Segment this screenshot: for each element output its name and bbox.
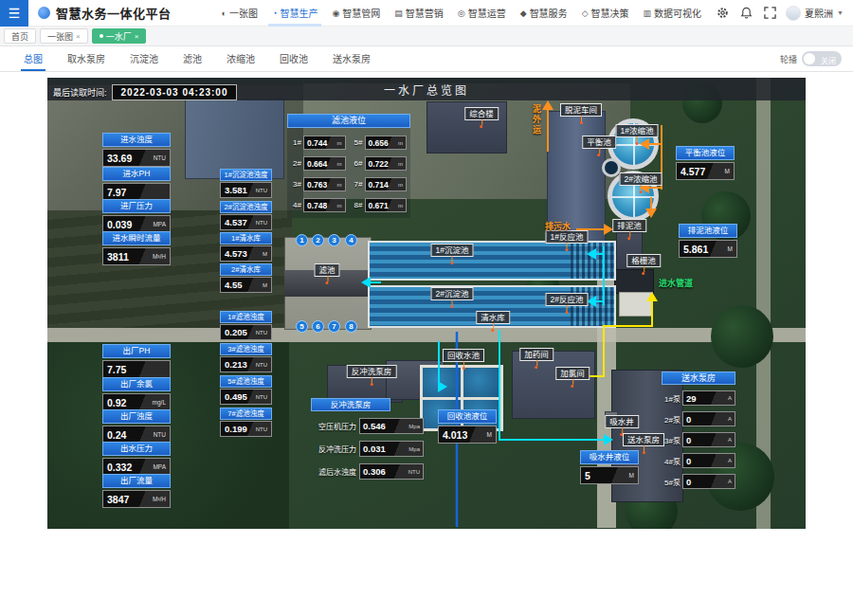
stat-value: 0.24 [107,429,126,441]
data-visualization-icon: ▥ [644,9,652,18]
stat-unit: M³/H [153,253,166,260]
stat-value: 4.537 [225,217,247,227]
stat-clearwell1-level: 1#清水库 4.573M [220,232,272,262]
nav-item-data-visualization[interactable]: ▥数据可视化 [644,0,702,27]
panel-sludge-level: 排泥池液位 5.861M [679,224,737,258]
delivery-pump-panel: 送水泵房 1#泵29A 2#泵0A 3#泵0A 4#泵0A 5#泵0A [662,371,735,489]
panel-unit: M [487,431,492,438]
label-thickener-2: 2#浓缩池 [620,172,662,186]
subtab-overview[interactable]: 总图 [11,45,55,71]
panel-value-box: 4.013M [438,426,497,444]
user-menu[interactable]: 夏熙洲 ▼ [786,6,844,21]
cell-no: 4# [291,201,301,209]
nav-item-smart-production[interactable]: ◔智慧生产 [272,0,318,27]
stat-value: 0.205 [225,327,247,337]
row-box: 0.546Mpa [359,418,424,434]
notification-bell-icon[interactable] [739,7,753,20]
stat-value: 7.75 [107,364,126,375]
pump-row: 3#泵0A [662,432,735,447]
pump-unit: A [728,416,732,422]
row-box: 0.306NTU [359,463,424,480]
cell-unit: m [337,140,342,146]
hamburger-menu-icon[interactable]: ☰ [0,0,28,27]
stat-unit: M [263,282,267,288]
smart-service-icon: ◆ [520,9,527,18]
stat-sed1-turbidity: 1#沉淀池浊度 3.581NTU [220,169,272,198]
pump-row: 2#泵0A [662,411,735,426]
stat-value-box: 4.537NTU [220,214,272,230]
stat-value: 0.92 [107,397,126,408]
row-unit: NTU [408,469,420,475]
backwash-panel: 反冲洗泵房 空压机压力0.546Mpa 反冲洗压力0.031Mpa 滤后水浊度0… [311,398,426,480]
pump-panel-title: 送水泵房 [662,371,735,385]
stat-value: 3811 [107,251,129,263]
chevron-down-icon: ▼ [837,9,844,16]
nav-item-smart-decision[interactable]: ◇智慧决策 [582,0,629,27]
label-recycle-pool: 回收水池 [443,349,484,362]
stat-label: 进水PH [102,167,171,181]
fullscreen-icon[interactable] [763,7,776,20]
filter-cell-badge-5: 5 [296,320,308,333]
label-sludge-pool: 排泥池 [612,219,646,232]
label-desludge-workshop: 脱泥车间 [560,103,602,117]
backwash-title: 反冲洗泵房 [311,398,390,411]
panel-title: 回收池液位 [438,409,497,424]
settings-gear-icon[interactable] [716,7,729,20]
nav-item-smart-marketing[interactable]: ▤智慧营销 [394,0,444,27]
panel-value-box: 5M [580,466,639,484]
carousel-toggle[interactable]: 关闭 [802,51,842,66]
stat-unit: NTU [256,188,267,193]
filter-level-cell: 7#0.714m [353,177,408,191]
app-logo [38,7,50,19]
tab-home[interactable]: 首页 [4,28,36,44]
cell-box: 0.714m [365,177,408,191]
pump-label: 1#泵 [662,393,681,404]
map-title: 一水厂总览图 [384,82,469,98]
filter-cell-badge-7: 7 [328,320,340,333]
stat-label: 出厂流量 [102,474,171,488]
smart-production-icon: ◔ [272,9,277,18]
stat-value-box: 3847M³/H [102,490,171,508]
row-value: 0.546 [363,421,386,431]
close-icon[interactable]: × [76,32,81,41]
tab-one-map[interactable]: 一张图× [40,28,88,44]
panel-value-box: 5.861M [679,240,737,258]
stat-value: 0.495 [225,391,247,402]
label-balance-pool: 平衡池 [582,136,616,149]
panel-balance-level: 平衡池液位 4.577M [676,146,735,180]
row-value: 0.031 [363,444,386,454]
pump-unit: A [728,458,732,463]
subtab-delivery-pump-house[interactable]: 送水泵房 [320,45,383,71]
cell-value: 0.763 [307,180,327,190]
panel-recycle-level: 回收池液位 4.013M [438,409,497,444]
subtab-sedimentation[interactable]: 沉淀池 [118,45,171,71]
app-header: ☰ 智慧水务一体化平台 ◐一张图 ◔智慧生产 ◉智慧管网 ▤智慧营销 ◎智慧运营… [0,0,853,27]
stat-label: 7#滤池浊度 [220,408,272,420]
stat-sed2-turbidity: 2#沉淀池浊度 4.537NTU [220,201,272,230]
filter-cell-badge-1: 1 [296,234,308,246]
filter-level-cell: 1#0.744m [291,136,346,150]
main-nav: ◐一张图 ◔智慧生产 ◉智慧管网 ▤智慧营销 ◎智慧运营 ◆智慧服务 ◇智慧决策… [222,0,701,27]
subtab-intake-pump-house[interactable]: 取水泵房 [55,45,118,71]
pump-value: 0 [686,477,691,487]
nav-item-smart-operation[interactable]: ◎智慧运营 [458,0,506,27]
cell-unit: m [337,161,342,167]
stat-inflow-ph: 进水PH 7.97 [102,167,171,201]
stat-filter7-turbidity: 7#滤池浊度 0.199NTU [220,408,272,437]
page-tab-bar: 首页 一张图× 一水厂× [0,27,853,46]
nav-item-smart-service[interactable]: ◆智慧服务 [520,0,568,27]
filter-cell-badge-3: 3 [328,234,340,246]
panel-value-box: 4.577M [676,162,735,180]
subtab-recycle[interactable]: 回收池 [267,45,320,71]
flow-text-sewage: 排污水 [545,220,571,232]
close-icon[interactable]: × [135,32,139,41]
subtab-thickener[interactable]: 浓缩池 [214,45,267,71]
nav-item-one-map[interactable]: ◐一张图 [222,0,258,27]
nav-item-smart-pipeline[interactable]: ◉智慧管网 [332,0,380,27]
tab-plant-one[interactable]: 一水厂× [92,28,147,44]
subtab-filter[interactable]: 滤池 [171,45,214,71]
pump-label: 3#泵 [662,435,681,445]
label-comprehensive-building: 综合楼 [464,107,499,120]
flow-text-inlet: 进水管道 [659,277,693,289]
nav-label: 智慧生产 [280,6,318,20]
